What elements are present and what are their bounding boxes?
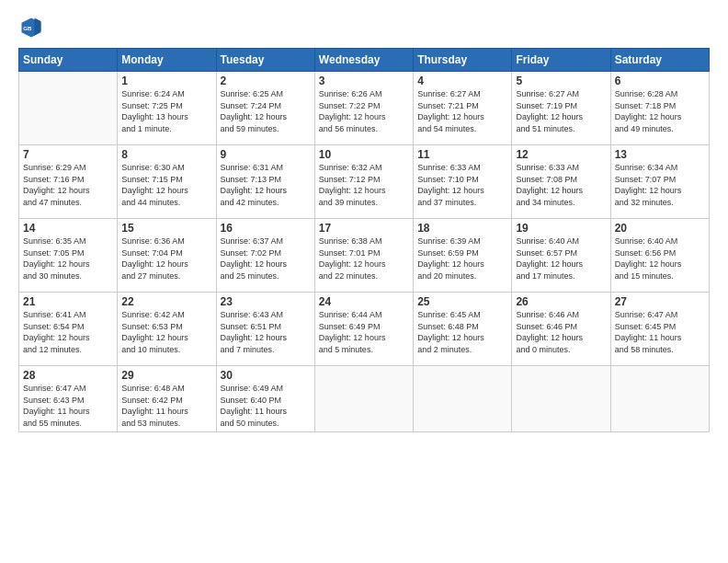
calendar-cell: 8Sunrise: 6:30 AMSunset: 7:15 PMDaylight… xyxy=(118,145,216,219)
day-info: Sunrise: 6:32 AMSunset: 7:12 PMDaylight:… xyxy=(319,162,409,208)
calendar-cell xyxy=(314,366,413,432)
day-number: 30 xyxy=(221,369,311,382)
calendar-cell: 16Sunrise: 6:37 AMSunset: 7:02 PMDayligh… xyxy=(216,219,314,293)
day-info: Sunrise: 6:44 AMSunset: 6:49 PMDaylight:… xyxy=(319,309,409,355)
day-number: 20 xyxy=(615,222,705,235)
calendar-cell: 12Sunrise: 6:33 AMSunset: 7:08 PMDayligh… xyxy=(512,145,610,219)
calendar: SundayMondayTuesdayWednesdayThursdayFrid… xyxy=(18,48,710,432)
day-number: 6 xyxy=(615,75,705,87)
day-info: Sunrise: 6:38 AMSunset: 7:01 PMDaylight:… xyxy=(319,236,409,282)
calendar-cell: 27Sunrise: 6:47 AMSunset: 6:45 PMDayligh… xyxy=(610,293,709,366)
day-info: Sunrise: 6:29 AMSunset: 7:16 PMDaylight:… xyxy=(23,162,113,208)
calendar-cell: 24Sunrise: 6:44 AMSunset: 6:49 PMDayligh… xyxy=(314,293,413,366)
calendar-cell: 15Sunrise: 6:36 AMSunset: 7:04 PMDayligh… xyxy=(118,219,216,293)
calendar-week-row: 7Sunrise: 6:29 AMSunset: 7:16 PMDaylight… xyxy=(19,145,710,219)
day-number: 8 xyxy=(121,148,211,161)
day-info: Sunrise: 6:37 AMSunset: 7:02 PMDaylight:… xyxy=(221,236,311,282)
day-number: 25 xyxy=(417,295,507,308)
day-info: Sunrise: 6:45 AMSunset: 6:48 PMDaylight:… xyxy=(417,309,507,355)
day-info: Sunrise: 6:24 AMSunset: 7:25 PMDaylight:… xyxy=(121,88,211,134)
calendar-cell: 22Sunrise: 6:42 AMSunset: 6:53 PMDayligh… xyxy=(118,293,216,366)
calendar-cell: 2Sunrise: 6:25 AMSunset: 7:24 PMDaylight… xyxy=(216,72,314,145)
calendar-cell: 10Sunrise: 6:32 AMSunset: 7:12 PMDayligh… xyxy=(314,145,413,219)
calendar-cell xyxy=(512,366,610,432)
day-info: Sunrise: 6:49 AMSunset: 6:40 PMDaylight:… xyxy=(221,383,311,429)
day-number: 22 xyxy=(121,295,211,308)
calendar-cell: 23Sunrise: 6:43 AMSunset: 6:51 PMDayligh… xyxy=(216,293,314,366)
day-info: Sunrise: 6:33 AMSunset: 7:08 PMDaylight:… xyxy=(516,162,606,208)
logo-icon: GB xyxy=(18,15,44,40)
calendar-cell: 18Sunrise: 6:39 AMSunset: 6:59 PMDayligh… xyxy=(414,219,512,293)
day-number: 4 xyxy=(417,75,507,87)
calendar-cell: 21Sunrise: 6:41 AMSunset: 6:54 PMDayligh… xyxy=(19,293,118,366)
day-info: Sunrise: 6:39 AMSunset: 6:59 PMDaylight:… xyxy=(417,236,507,282)
day-number: 9 xyxy=(221,148,311,161)
day-number: 21 xyxy=(23,295,113,308)
day-number: 5 xyxy=(516,75,606,87)
calendar-cell: 3Sunrise: 6:26 AMSunset: 7:22 PMDaylight… xyxy=(314,72,413,145)
day-number: 15 xyxy=(121,222,211,235)
svg-text:GB: GB xyxy=(23,25,32,31)
calendar-cell: 25Sunrise: 6:45 AMSunset: 6:48 PMDayligh… xyxy=(414,293,512,366)
calendar-cell xyxy=(19,72,118,145)
day-info: Sunrise: 6:47 AMSunset: 6:45 PMDaylight:… xyxy=(615,309,705,355)
day-number: 27 xyxy=(615,295,705,308)
day-number: 12 xyxy=(516,148,606,161)
day-info: Sunrise: 6:47 AMSunset: 6:43 PMDaylight:… xyxy=(23,383,113,429)
weekday-header-row: SundayMondayTuesdayWednesdayThursdayFrid… xyxy=(19,49,710,72)
day-info: Sunrise: 6:40 AMSunset: 6:57 PMDaylight:… xyxy=(516,236,606,282)
day-number: 2 xyxy=(221,75,311,87)
day-info: Sunrise: 6:27 AMSunset: 7:21 PMDaylight:… xyxy=(417,88,507,134)
calendar-cell: 13Sunrise: 6:34 AMSunset: 7:07 PMDayligh… xyxy=(610,145,709,219)
day-info: Sunrise: 6:31 AMSunset: 7:13 PMDaylight:… xyxy=(221,162,311,208)
day-info: Sunrise: 6:35 AMSunset: 7:05 PMDaylight:… xyxy=(23,236,113,282)
calendar-cell: 4Sunrise: 6:27 AMSunset: 7:21 PMDaylight… xyxy=(414,72,512,145)
day-number: 16 xyxy=(221,222,311,235)
calendar-week-row: 21Sunrise: 6:41 AMSunset: 6:54 PMDayligh… xyxy=(19,293,710,366)
calendar-cell: 17Sunrise: 6:38 AMSunset: 7:01 PMDayligh… xyxy=(314,219,413,293)
day-number: 10 xyxy=(319,148,409,161)
calendar-cell: 9Sunrise: 6:31 AMSunset: 7:13 PMDaylight… xyxy=(216,145,314,219)
day-info: Sunrise: 6:42 AMSunset: 6:53 PMDaylight:… xyxy=(121,309,211,355)
calendar-cell xyxy=(610,366,709,432)
logo: GB xyxy=(18,15,48,40)
page: GB SundayMondayTuesdayWednesdayThursdayF… xyxy=(0,0,728,563)
weekday-header-sunday: Sunday xyxy=(19,49,118,72)
day-number: 26 xyxy=(516,295,606,308)
day-number: 18 xyxy=(417,222,507,235)
day-info: Sunrise: 6:30 AMSunset: 7:15 PMDaylight:… xyxy=(121,162,211,208)
calendar-cell: 19Sunrise: 6:40 AMSunset: 6:57 PMDayligh… xyxy=(512,219,610,293)
day-number: 24 xyxy=(319,295,409,308)
day-info: Sunrise: 6:25 AMSunset: 7:24 PMDaylight:… xyxy=(221,88,311,134)
calendar-cell: 6Sunrise: 6:28 AMSunset: 7:18 PMDaylight… xyxy=(610,72,709,145)
day-number: 23 xyxy=(221,295,311,308)
day-info: Sunrise: 6:33 AMSunset: 7:10 PMDaylight:… xyxy=(417,162,507,208)
day-number: 7 xyxy=(23,148,113,161)
day-info: Sunrise: 6:48 AMSunset: 6:42 PMDaylight:… xyxy=(121,383,211,429)
day-info: Sunrise: 6:27 AMSunset: 7:19 PMDaylight:… xyxy=(516,88,606,134)
day-info: Sunrise: 6:43 AMSunset: 6:51 PMDaylight:… xyxy=(221,309,311,355)
weekday-header-wednesday: Wednesday xyxy=(314,49,413,72)
weekday-header-thursday: Thursday xyxy=(414,49,512,72)
day-info: Sunrise: 6:41 AMSunset: 6:54 PMDaylight:… xyxy=(23,309,113,355)
calendar-cell xyxy=(414,366,512,432)
calendar-cell: 20Sunrise: 6:40 AMSunset: 6:56 PMDayligh… xyxy=(610,219,709,293)
calendar-week-row: 28Sunrise: 6:47 AMSunset: 6:43 PMDayligh… xyxy=(19,366,710,432)
day-number: 1 xyxy=(121,75,211,87)
svg-marker-1 xyxy=(35,18,41,36)
calendar-cell: 1Sunrise: 6:24 AMSunset: 7:25 PMDaylight… xyxy=(118,72,216,145)
day-number: 17 xyxy=(319,222,409,235)
weekday-header-saturday: Saturday xyxy=(610,49,709,72)
calendar-cell: 30Sunrise: 6:49 AMSunset: 6:40 PMDayligh… xyxy=(216,366,314,432)
day-info: Sunrise: 6:36 AMSunset: 7:04 PMDaylight:… xyxy=(121,236,211,282)
weekday-header-friday: Friday xyxy=(512,49,610,72)
calendar-week-row: 14Sunrise: 6:35 AMSunset: 7:05 PMDayligh… xyxy=(19,219,710,293)
day-info: Sunrise: 6:46 AMSunset: 6:46 PMDaylight:… xyxy=(516,309,606,355)
calendar-week-row: 1Sunrise: 6:24 AMSunset: 7:25 PMDaylight… xyxy=(19,72,710,145)
calendar-cell: 7Sunrise: 6:29 AMSunset: 7:16 PMDaylight… xyxy=(19,145,118,219)
day-number: 14 xyxy=(23,222,113,235)
day-info: Sunrise: 6:28 AMSunset: 7:18 PMDaylight:… xyxy=(615,88,705,134)
day-number: 19 xyxy=(516,222,606,235)
weekday-header-tuesday: Tuesday xyxy=(216,49,314,72)
header: GB xyxy=(18,15,710,40)
